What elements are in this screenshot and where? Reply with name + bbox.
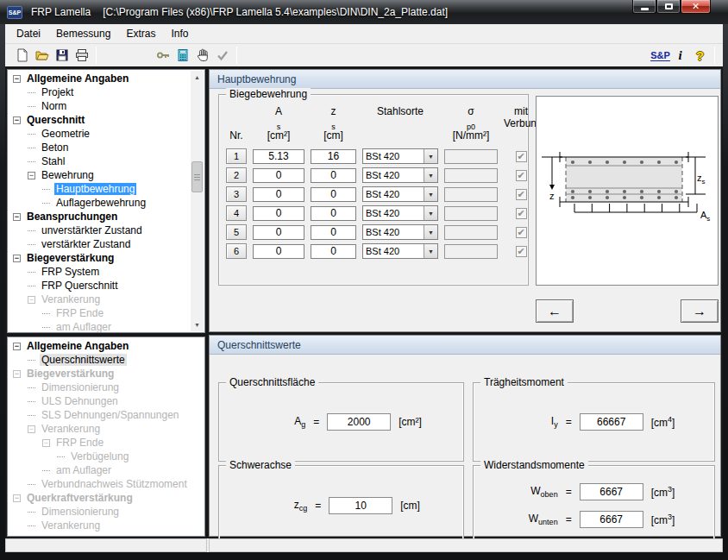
as-input[interactable]	[253, 187, 304, 202]
open-file-button[interactable]	[32, 46, 52, 65]
ag-value-field[interactable]: 2000	[327, 413, 391, 431]
tree-item-dimensionierung[interactable]: Dimensionierung	[8, 505, 204, 519]
steel-grade-select[interactable]: BSt 420▼	[362, 167, 438, 183]
sp-website-button[interactable]: S&P	[650, 46, 670, 65]
collapse-icon[interactable]: −	[13, 255, 21, 262]
tree-item-unverstärkter-zustand[interactable]: unverstärkter Zustand	[8, 223, 191, 237]
tree-item-frp-system[interactable]: FRP System	[8, 265, 191, 279]
tree-item-am-auflager[interactable]: am Auflager	[8, 320, 191, 332]
as-input[interactable]	[253, 244, 304, 259]
as-input[interactable]	[253, 206, 304, 221]
tree-item-verankerung[interactable]: −Verankerung	[8, 293, 191, 306]
bond-checkbox[interactable]: ✔	[516, 227, 527, 238]
tree-item-querschnittswerte[interactable]: Querschnittswerte	[8, 353, 204, 367]
steel-grade-select[interactable]: BSt 420▼	[362, 205, 438, 221]
bond-checkbox[interactable]: ✔	[516, 208, 527, 219]
tree-item-allgemeine-angaben[interactable]: −Allgemeine Angaben	[8, 72, 191, 85]
tree-item-bewehrung[interactable]: −Bewehrung	[8, 168, 191, 182]
tree-item-dimensionierung[interactable]: Dimensionierung	[8, 381, 204, 394]
chevron-down-icon[interactable]: ▼	[424, 206, 437, 220]
chevron-down-icon[interactable]: ▼	[424, 244, 437, 258]
previous-page-button[interactable]: ←	[536, 299, 574, 323]
calculate-button[interactable]	[173, 46, 192, 65]
tree-item-verstärkter-zustand[interactable]: verstärkter Zustand	[8, 237, 191, 251]
bond-checkbox[interactable]: ✔	[516, 246, 527, 257]
tree-item-projekt[interactable]: Projekt	[8, 85, 191, 99]
scroll-down-button[interactable]: ▼	[191, 318, 204, 331]
scroll-up-button[interactable]: ▲	[191, 71, 204, 84]
tree-item-beton[interactable]: Beton	[8, 141, 191, 154]
zs-input[interactable]	[311, 225, 356, 240]
next-page-button[interactable]: →	[681, 299, 719, 323]
about-button[interactable]: i	[670, 46, 690, 65]
pan-button[interactable]	[192, 46, 212, 65]
license-key-button[interactable]	[153, 46, 173, 65]
tree-item-beanspruchungen[interactable]: −Beanspruchungen	[8, 210, 191, 223]
row-number-button[interactable]: 4	[226, 205, 247, 221]
menu-info[interactable]: Info	[163, 25, 196, 42]
collapse-icon[interactable]: −	[42, 439, 50, 447]
row-number-button[interactable]: 1	[226, 148, 247, 164]
scrollbar-thumb[interactable]	[191, 161, 203, 192]
as-input[interactable]	[253, 168, 304, 183]
menu-extras[interactable]: Extras	[118, 25, 163, 42]
tree-item-hauptbewehrung[interactable]: Hauptbewehrung	[8, 182, 191, 196]
zs-input[interactable]	[311, 168, 356, 183]
zcg-value-field[interactable]: 10	[329, 497, 392, 514]
tree-item-biegeverstärkung[interactable]: −Biegeverstärkung	[8, 367, 204, 381]
woben-value-field[interactable]: 6667	[580, 483, 643, 500]
tree-item-am-auflager[interactable]: am Auflager	[8, 463, 204, 477]
collapse-icon[interactable]: −	[13, 213, 21, 221]
maximize-button[interactable]	[656, 0, 681, 14]
collapse-icon[interactable]: −	[13, 494, 21, 502]
tree-item-querkraftverstärkung[interactable]: −Querkraftverstärkung	[8, 491, 204, 505]
row-number-button[interactable]: 2	[226, 167, 247, 183]
collapse-icon[interactable]: −	[13, 343, 21, 350]
chevron-down-icon[interactable]: ▼	[424, 149, 437, 163]
steel-grade-select[interactable]: BSt 420▼	[362, 148, 438, 164]
tree-item-frp-ende[interactable]: −FRP Ende	[8, 436, 204, 450]
chevron-down-icon[interactable]: ▼	[424, 225, 437, 239]
row-number-button[interactable]: 6	[226, 243, 247, 259]
print-button[interactable]	[72, 46, 91, 65]
chevron-down-icon[interactable]: ▼	[424, 168, 437, 182]
tree-item-biegeverstärkung[interactable]: −Biegeverstärkung	[8, 251, 191, 265]
menu-bemessung[interactable]: Bemessung	[48, 25, 118, 42]
tree-item-uls-dehnungen[interactable]: ULS Dehnungen	[8, 394, 204, 408]
bond-checkbox[interactable]: ✔	[516, 189, 527, 200]
save-button[interactable]	[52, 46, 72, 65]
collapse-icon[interactable]: −	[13, 75, 21, 83]
tree-item-sls-dehnungen-spannungen[interactable]: SLS Dehnungen/Spannungen	[8, 408, 204, 422]
tree-item-verbundnachweis-stützmoment[interactable]: Verbundnachweis Stützmoment	[8, 477, 204, 491]
tree-item-verankerung[interactable]: −Verankerung	[8, 422, 204, 436]
wunten-value-field[interactable]: 6667	[580, 511, 643, 528]
tree-item-frp-querschnitt[interactable]: FRP Querschnitt	[8, 279, 191, 293]
row-number-button[interactable]: 5	[226, 224, 247, 240]
bond-checkbox[interactable]: ✔	[516, 170, 527, 181]
steel-grade-select[interactable]: BSt 420▼	[362, 243, 438, 259]
tree-item-norm[interactable]: Norm	[8, 99, 191, 113]
tree-item-frp-ende[interactable]: FRP Ende	[8, 306, 191, 320]
tree-item-verankerung[interactable]: Verankerung	[8, 519, 204, 532]
row-number-button[interactable]: 3	[226, 186, 247, 202]
collapse-icon[interactable]: −	[13, 370, 21, 378]
collapse-icon[interactable]: −	[28, 172, 35, 179]
tree-scrollbar[interactable]: ▲ ▼	[191, 71, 204, 331]
bond-checkbox[interactable]: ✔	[516, 151, 527, 162]
collapse-icon[interactable]: −	[13, 116, 21, 124]
close-button[interactable]: ✕	[681, 0, 711, 14]
tree-item-querschnitt[interactable]: −Querschnitt	[8, 113, 191, 127]
zs-input[interactable]	[311, 149, 356, 164]
tree-item-verbügelung[interactable]: Verbügelung	[8, 450, 204, 463]
confirm-button[interactable]	[212, 46, 232, 65]
steel-grade-select[interactable]: BSt 420▼	[362, 186, 438, 202]
zs-input[interactable]	[311, 244, 356, 259]
chevron-down-icon[interactable]: ▼	[424, 187, 437, 201]
new-file-button[interactable]	[12, 46, 32, 65]
tree-item-stahl[interactable]: Stahl	[8, 154, 191, 168]
as-input[interactable]	[253, 149, 304, 164]
iy-value-field[interactable]: 66667	[580, 413, 643, 431]
menu-datei[interactable]: Datei	[9, 25, 48, 42]
tree-item-geometrie[interactable]: Geometrie	[8, 127, 191, 141]
collapse-icon[interactable]: −	[28, 425, 35, 433]
